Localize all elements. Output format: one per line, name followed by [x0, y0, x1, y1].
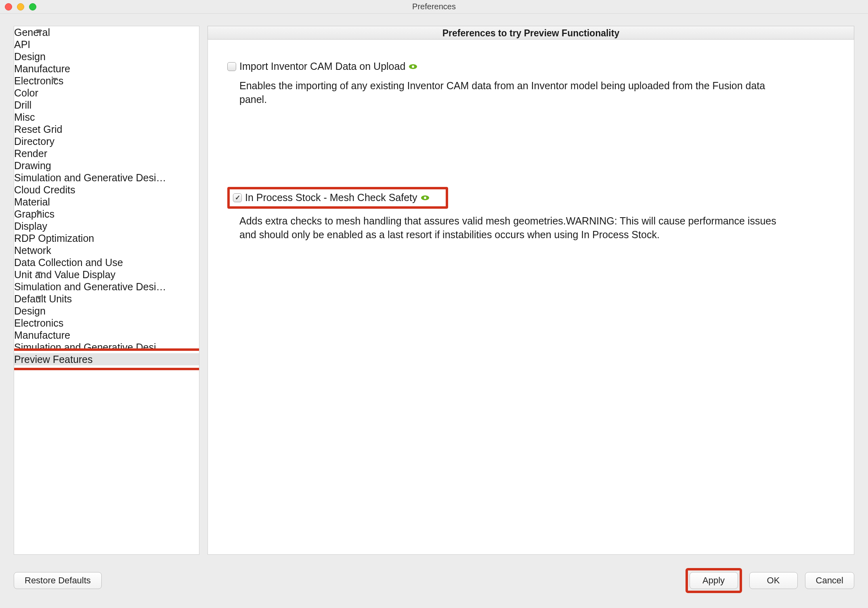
close-window-button[interactable] [5, 3, 12, 10]
sidebar-item[interactable]: Color [14, 87, 199, 99]
restore-defaults-button[interactable]: Restore Defaults [14, 572, 102, 589]
sidebar-item[interactable]: Electronics [14, 75, 199, 87]
ok-button[interactable]: OK [749, 572, 798, 589]
cancel-button[interactable]: Cancel [805, 572, 854, 589]
window-controls [5, 3, 36, 10]
sidebar-item[interactable]: Design [14, 50, 199, 63]
sidebar-item[interactable]: Drawing [14, 159, 199, 172]
sidebar-item[interactable]: Manufacture [14, 63, 199, 75]
sidebar-item[interactable]: RDP Optimization [14, 232, 199, 244]
sidebar-item[interactable]: Simulation and Generative Desi… [14, 341, 199, 353]
preview-eye-icon [409, 64, 417, 69]
highlight-annotation-option: In Process Stock - Mesh Check Safety [227, 187, 448, 209]
sidebar-item[interactable]: Graphics [14, 208, 199, 220]
option-label: In Process Stock - Mesh Check Safety [245, 191, 417, 205]
minimize-window-button[interactable] [17, 3, 24, 10]
button-bar: Restore Defaults Apply OK Cancel [14, 570, 854, 591]
sidebar-item[interactable]: Material [14, 196, 199, 208]
sidebar-item[interactable]: Directory [14, 135, 199, 147]
option-label: Import Inventor CAM Data on Upload [239, 60, 405, 73]
preference-option: In Process Stock - Mesh Check SafetyAdds… [227, 187, 824, 241]
sidebar-item[interactable]: Network [14, 244, 199, 256]
sidebar-item[interactable]: Misc [14, 111, 199, 123]
highlight-annotation-apply: Apply [686, 568, 742, 593]
sidebar-item[interactable]: Default Units [14, 293, 199, 305]
svg-point-1 [412, 65, 414, 68]
sidebar-item[interactable]: Data Collection and Use [14, 256, 199, 268]
option-checkbox[interactable] [233, 193, 242, 202]
sidebar-item[interactable]: Cloud Credits [14, 184, 199, 196]
sidebar-item[interactable]: Display [14, 220, 199, 232]
preview-eye-icon [421, 195, 430, 201]
svg-point-3 [424, 197, 426, 199]
sidebar-item[interactable]: Simulation and Generative Desi… [14, 281, 199, 293]
preference-option: Import Inventor CAM Data on UploadEnable… [227, 60, 824, 106]
sidebar-item[interactable]: Unit and Value Display [14, 268, 199, 281]
preferences-window: Preferences GeneralAPIDesignManufactureE… [0, 0, 868, 608]
sidebar-item[interactable]: General [14, 26, 199, 38]
option-description: Adds extra checks to mesh handling that … [239, 214, 824, 242]
preferences-tree[interactable]: GeneralAPIDesignManufactureElectronicsCo… [14, 26, 199, 365]
window-title: Preferences [0, 2, 868, 11]
main-panel: Preferences to try Preview Functionality… [208, 26, 854, 555]
sidebar-item[interactable]: Electronics [14, 317, 199, 329]
sidebar-item[interactable]: Simulation and Generative Desi… [14, 172, 199, 184]
sidebar-item[interactable]: Drill [14, 99, 199, 111]
sidebar-item[interactable]: API [14, 38, 199, 50]
titlebar: Preferences [0, 0, 868, 14]
panel-header: Preferences to try Preview Functionality [208, 26, 854, 40]
sidebar-item[interactable]: Preview Features [14, 353, 199, 365]
preferences-sidebar: GeneralAPIDesignManufactureElectronicsCo… [14, 26, 199, 555]
option-description: Enables the importing of any existing In… [239, 79, 824, 107]
apply-button[interactable]: Apply [690, 572, 738, 589]
sidebar-item[interactable]: Reset Grid [14, 123, 199, 135]
sidebar-item[interactable]: Render [14, 147, 199, 159]
option-checkbox[interactable] [227, 62, 236, 71]
zoom-window-button[interactable] [29, 3, 36, 10]
panel-body: Import Inventor CAM Data on UploadEnable… [208, 40, 854, 555]
sidebar-item[interactable]: Design [14, 305, 199, 317]
sidebar-item[interactable]: Manufacture [14, 329, 199, 341]
content-area: GeneralAPIDesignManufactureElectronicsCo… [14, 26, 854, 555]
